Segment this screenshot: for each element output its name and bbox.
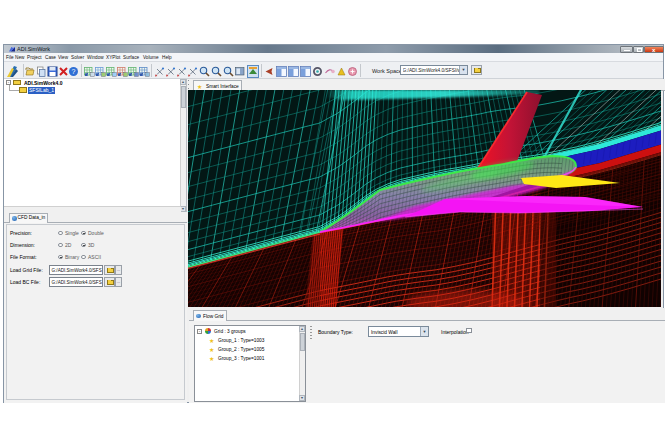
- svg-text:?: ?: [72, 68, 76, 75]
